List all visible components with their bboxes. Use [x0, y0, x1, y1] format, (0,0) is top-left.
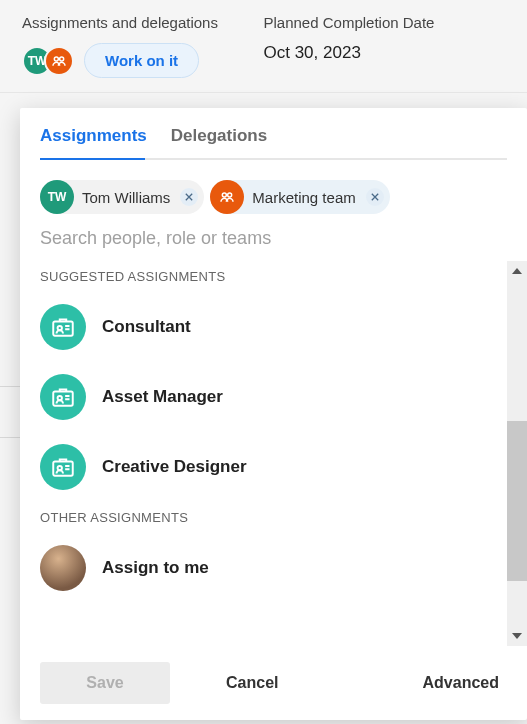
- header-row: Assignments and delegations TW Work on i…: [0, 0, 527, 78]
- completion-date: Oct 30, 2023: [264, 43, 506, 63]
- tab-assignments[interactable]: Assignments: [40, 126, 147, 158]
- list-item-label: Assign to me: [102, 558, 209, 578]
- chip-team-remove[interactable]: [366, 188, 384, 206]
- section-other: OTHER ASSIGNMENTS: [40, 502, 507, 533]
- search-input[interactable]: [40, 224, 507, 253]
- svg-point-0: [54, 57, 58, 61]
- badge-icon: [50, 384, 76, 410]
- assignee-avatar-team[interactable]: [44, 46, 74, 76]
- assignments-label: Assignments and delegations: [22, 14, 264, 31]
- svg-point-1: [60, 57, 64, 61]
- list-item[interactable]: Consultant: [40, 292, 507, 362]
- close-icon: [185, 193, 193, 201]
- chip-team-avatar: [210, 180, 244, 214]
- assignees-row: TW Work on it: [22, 43, 264, 78]
- list-item[interactable]: Asset Manager: [40, 362, 507, 432]
- tabs: Assignments Delegations: [20, 108, 527, 158]
- completion-label: Planned Completion Date: [264, 14, 506, 31]
- svg-point-3: [228, 193, 232, 197]
- chip-user-avatar: TW: [40, 180, 74, 214]
- chips-row: TW Tom Williams Marketing team: [20, 160, 527, 220]
- svg-rect-4: [53, 322, 73, 336]
- scroll-up-button[interactable]: [507, 261, 527, 281]
- assignment-list[interactable]: SUGGESTED ASSIGNMENTS Consultant Asset M…: [20, 261, 527, 646]
- chip-user-remove[interactable]: [180, 188, 198, 206]
- completion-field: Planned Completion Date Oct 30, 2023: [264, 14, 506, 78]
- popover-footer: Save Cancel Advanced: [20, 646, 527, 720]
- team-icon: [219, 189, 235, 205]
- badge-icon: [50, 454, 76, 480]
- list-wrap: SUGGESTED ASSIGNMENTS Consultant Asset M…: [20, 261, 527, 646]
- scrollbar-thumb[interactable]: [507, 421, 527, 581]
- badge-icon: [50, 314, 76, 340]
- close-icon: [371, 193, 379, 201]
- avatar-stack: TW: [22, 46, 74, 76]
- svg-point-2: [223, 193, 227, 197]
- list-item-label: Consultant: [102, 317, 191, 337]
- svg-rect-6: [53, 392, 73, 406]
- scroll-down-button[interactable]: [507, 626, 527, 646]
- header-divider: [0, 92, 527, 93]
- list-item[interactable]: Assign to me: [40, 533, 507, 603]
- list-item[interactable]: Creative Designer: [40, 432, 507, 502]
- section-suggested: SUGGESTED ASSIGNMENTS: [40, 261, 507, 292]
- team-icon: [51, 53, 67, 69]
- work-on-it-button[interactable]: Work on it: [84, 43, 199, 78]
- list-item-label: Asset Manager: [102, 387, 223, 407]
- chevron-down-icon: [512, 633, 522, 639]
- chip-user[interactable]: TW Tom Williams: [40, 180, 204, 214]
- user-avatar: [40, 545, 86, 591]
- role-icon: [40, 444, 86, 490]
- advanced-button[interactable]: Advanced: [395, 662, 507, 704]
- svg-rect-8: [53, 462, 73, 476]
- save-button[interactable]: Save: [40, 662, 170, 704]
- cancel-button[interactable]: Cancel: [198, 662, 306, 704]
- list-item-label: Creative Designer: [102, 457, 247, 477]
- scrollbar[interactable]: [507, 261, 527, 646]
- assignments-field: Assignments and delegations TW Work on i…: [22, 14, 264, 78]
- role-icon: [40, 374, 86, 420]
- chip-user-label: Tom Williams: [74, 189, 178, 206]
- tab-delegations[interactable]: Delegations: [171, 126, 267, 158]
- chevron-up-icon: [512, 268, 522, 274]
- chip-team[interactable]: Marketing team: [210, 180, 389, 214]
- chip-team-label: Marketing team: [244, 189, 363, 206]
- role-icon: [40, 304, 86, 350]
- tab-underline: [40, 158, 507, 160]
- assignments-popover: Assignments Delegations TW Tom Williams …: [20, 108, 527, 720]
